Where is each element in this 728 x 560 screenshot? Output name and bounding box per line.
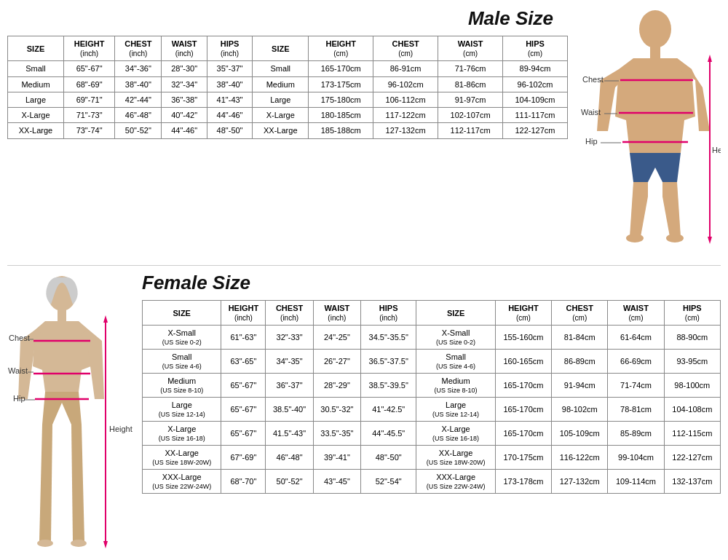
- table-row: X-Small(US Size 0-2)61"-63"32"-33"24"-25…: [143, 326, 721, 350]
- table-cell: 117-122cm: [373, 108, 438, 123]
- male-left-leg: [630, 182, 648, 237]
- male-head: [639, 10, 671, 48]
- table-cell: X-Small(US Size 0-2): [143, 326, 221, 350]
- female-title: Female Size: [142, 272, 721, 294]
- table-cell: XXX-Large(US Size 22W-24W): [416, 470, 495, 494]
- table-cell: 165-170cm: [495, 398, 551, 422]
- table-cell: 106-112cm: [373, 92, 438, 107]
- table-cell: 102-107cm: [438, 108, 503, 123]
- table-cell: 38"-40": [115, 76, 162, 92]
- table-cell: 26"-27": [313, 350, 360, 374]
- table-cell: 65"-67": [64, 61, 115, 76]
- table-cell: XXX-Large(US Size 22W-24W): [143, 470, 221, 494]
- table-cell: 44"-46": [162, 123, 207, 138]
- table-cell: 96-102cm: [503, 76, 568, 92]
- table-cell: 36.5"-37.5": [361, 350, 416, 374]
- table-cell: 160-165cm: [495, 350, 551, 374]
- table-cell: 32"-33": [266, 326, 313, 350]
- table-cell: 50"-52": [266, 470, 313, 494]
- female-torso: [33, 321, 91, 392]
- fcol-chest-cm: CHEST(cm): [552, 301, 608, 326]
- table-cell: Medium(US Size 8-10): [416, 374, 495, 398]
- table-cell: 30.5"-32": [313, 398, 360, 422]
- table-cell: 61"-63": [221, 326, 266, 350]
- table-cell: X-Large: [8, 108, 64, 123]
- table-cell: 173-178cm: [495, 470, 551, 494]
- fcol-height-cm: HEIGHT(cm): [495, 301, 551, 326]
- table-cell: 170-175cm: [495, 446, 551, 470]
- table-cell: 78-81cm: [608, 398, 664, 422]
- col-waist-cm: WAIST(cm): [438, 36, 503, 61]
- female-body-svg: Chest Waist Hip Height: [7, 272, 142, 560]
- table-cell: 41"-43": [207, 92, 252, 107]
- table-cell: 69"-71": [64, 92, 115, 107]
- col-hips-inch: HIPS(inch): [207, 36, 252, 61]
- table-cell: 86-89cm: [552, 350, 608, 374]
- table-cell: 41"-42.5": [361, 398, 416, 422]
- table-row: Small(US Size 4-6)63"-65"34"-35"26"-27"3…: [143, 350, 721, 374]
- table-cell: 104-109cm: [503, 92, 568, 107]
- male-chest-label: Chest: [582, 75, 604, 84]
- col-size-inch: SIZE: [8, 36, 64, 61]
- fcol-waist-inch: WAIST(inch): [313, 301, 360, 326]
- table-cell: XX-Large(US Size 18W-20W): [416, 446, 495, 470]
- table-row: XX-Large(US Size 18W-20W)67"-69"46"-48"3…: [143, 446, 721, 470]
- table-cell: 40"-42": [162, 108, 207, 123]
- table-cell: 122-127cm: [664, 446, 720, 470]
- table-cell: 86-91cm: [373, 61, 438, 76]
- table-cell: Small(US Size 4-6): [416, 350, 495, 374]
- table-cell: 89-94cm: [503, 61, 568, 76]
- table-cell: 155-160cm: [495, 326, 551, 350]
- table-cell: 34"-36": [115, 61, 162, 76]
- table-cell: 28"-29": [313, 374, 360, 398]
- fcol-hips-inch: HIPS(inch): [361, 301, 416, 326]
- table-row: X-Large71"-73"46"-48"40"-42"44"-46"X-Lar…: [8, 108, 568, 123]
- table-cell: 66-69cm: [608, 350, 664, 374]
- table-cell: 81-86cm: [438, 76, 503, 92]
- table-cell: 127-132cm: [552, 470, 608, 494]
- female-hip-label-text: Hip: [13, 394, 25, 403]
- table-cell: Large: [8, 92, 64, 107]
- table-cell: 44"-46": [207, 108, 252, 123]
- table-cell: 127-132cm: [373, 123, 438, 138]
- table-cell: 112-115cm: [664, 422, 720, 446]
- table-cell: 71-74cm: [608, 374, 664, 398]
- table-cell: X-Large: [253, 108, 309, 123]
- table-cell: Medium: [253, 76, 309, 92]
- table-cell: 67"-69": [221, 446, 266, 470]
- male-height-arrow-top: [708, 55, 712, 62]
- table-cell: 52"-54": [361, 470, 416, 494]
- female-section: Chest Waist Hip Height Female Size SIZE …: [7, 272, 721, 560]
- table-cell: 81-84cm: [552, 326, 608, 350]
- table-cell: 41.5"-43": [266, 422, 313, 446]
- fcol-size-cm: SIZE: [416, 301, 495, 326]
- table-cell: 65"-67": [221, 398, 266, 422]
- table-cell: 38.5"-40": [266, 398, 313, 422]
- table-cell: 73"-74": [64, 123, 115, 138]
- col-chest-inch: CHEST(inch): [115, 36, 162, 61]
- table-cell: 99-104cm: [608, 446, 664, 470]
- table-cell: XX-Large: [8, 123, 64, 138]
- table-cell: 34"-35": [266, 350, 313, 374]
- table-cell: 46"-48": [115, 108, 162, 123]
- table-row: Medium68"-69"38"-40"32"-34"38"-40"Medium…: [8, 76, 568, 92]
- page: Male Size SIZE HEIGHT(inch) CHEST(inch) …: [0, 0, 728, 560]
- table-row: XXX-Large(US Size 22W-24W)68"-70"50"-52"…: [143, 470, 721, 494]
- table-cell: 50"-52": [115, 123, 162, 138]
- table-cell: Large: [253, 92, 309, 107]
- table-row: Large(US Size 12-14)65"-67"38.5"-40"30.5…: [143, 398, 721, 422]
- table-cell: 42"-44": [115, 92, 162, 107]
- table-cell: 112-117cm: [438, 123, 503, 138]
- table-cell: 98-100cm: [664, 374, 720, 398]
- male-height-label: Height: [712, 146, 721, 154]
- table-cell: 111-117cm: [503, 108, 568, 123]
- table-cell: 68"-70": [221, 470, 266, 494]
- table-cell: Medium(US Size 8-10): [143, 374, 221, 398]
- table-cell: 71-76cm: [438, 61, 503, 76]
- male-tables: Male Size SIZE HEIGHT(inch) CHEST(inch) …: [7, 7, 575, 139]
- table-cell: 165-170cm: [495, 374, 551, 398]
- table-cell: XX-Large(US Size 18W-20W): [143, 446, 221, 470]
- table-cell: 34.5"-35.5": [361, 326, 416, 350]
- female-height-arrow-bottom: [103, 541, 108, 548]
- female-size-table: SIZE HEIGHT(inch) CHEST(inch) WAIST(inch…: [142, 300, 721, 494]
